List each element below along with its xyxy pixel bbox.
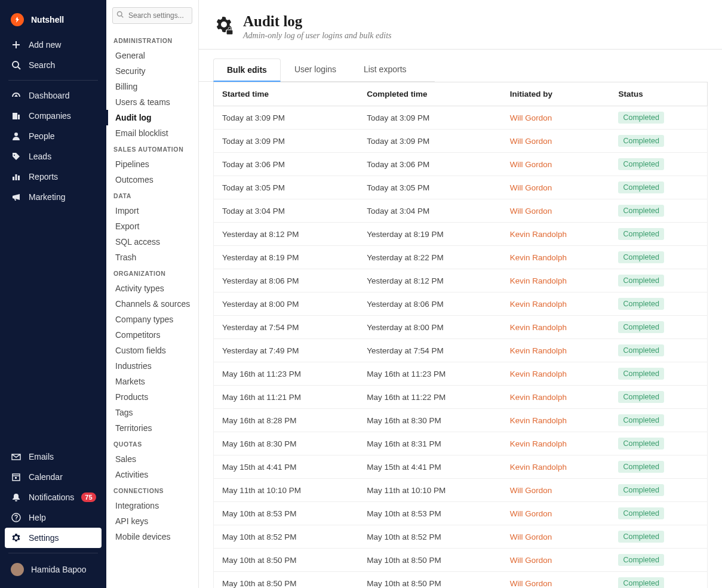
table-row[interactable]: May 10th at 8:50 PMMay 10th at 8:50 PMWi… (214, 572, 708, 589)
user-link[interactable]: Kevin Randolph (510, 370, 567, 378)
table-row[interactable]: May 16th at 8:30 PMMay 16th at 8:31 PMKe… (214, 432, 708, 455)
nav-item-help[interactable]: Help (0, 507, 106, 528)
cell-started: May 16th at 11:23 PM (214, 362, 361, 386)
calendar-icon (11, 472, 21, 482)
table-row[interactable]: Today at 3:06 PMToday at 3:06 PMWill Gor… (214, 153, 708, 176)
settings-item-activity-types[interactable]: Activity types (106, 281, 198, 296)
table-row[interactable]: Yesterday at 7:54 PMYesterday at 8:00 PM… (214, 316, 708, 339)
user-link[interactable]: Kevin Randolph (510, 393, 567, 402)
user-link[interactable]: Kevin Randolph (510, 276, 567, 285)
cell-status: Completed (612, 549, 707, 572)
user-link[interactable]: Kevin Randolph (510, 463, 567, 472)
table-row[interactable]: Yesterday at 8:12 PMYesterday at 8:19 PM… (214, 223, 708, 246)
brand[interactable]: Nutshell (0, 8, 106, 31)
table-row[interactable]: May 16th at 11:21 PMMay 16th at 11:22 PM… (214, 386, 708, 409)
settings-item-import[interactable]: Import (106, 203, 198, 218)
user-link[interactable]: Kevin Randolph (510, 230, 567, 239)
settings-item-billing[interactable]: Billing (106, 79, 198, 94)
table-row[interactable]: Today at 3:09 PMToday at 3:09 PMWill Gor… (214, 130, 708, 153)
cell-started: Yesterday at 8:12 PM (214, 223, 361, 246)
svg-rect-5 (18, 176, 20, 180)
nav-item-emails[interactable]: Emails (0, 447, 106, 467)
user-link[interactable]: Kevin Randolph (510, 416, 567, 425)
column-header[interactable]: Completed time (361, 82, 504, 106)
table-row[interactable]: Yesterday at 8:00 PMYesterday at 8:06 PM… (214, 293, 708, 316)
settings-item-tags[interactable]: Tags (106, 405, 198, 420)
table-row[interactable]: Yesterday at 7:49 PMYesterday at 7:54 PM… (214, 339, 708, 362)
settings-item-trash[interactable]: Trash (106, 250, 198, 265)
user-link[interactable]: Kevin Randolph (510, 346, 567, 355)
user-link[interactable]: Kevin Randolph (510, 439, 567, 448)
settings-item-company-types[interactable]: Company types (106, 312, 198, 327)
current-user[interactable]: Hamida Bapoo (0, 558, 106, 581)
settings-item-custom-fields[interactable]: Custom fields (106, 343, 198, 358)
tab-user-logins[interactable]: User logins (281, 58, 350, 81)
settings-item-audit-log[interactable]: Audit log (106, 110, 198, 125)
table-row[interactable]: May 11th at 10:10 PMMay 11th at 10:10 PM… (214, 479, 708, 502)
settings-item-mobile-devices[interactable]: Mobile devices (106, 529, 198, 544)
nav-item-people[interactable]: People (0, 126, 106, 146)
section-heading: QUOTAS (106, 436, 198, 451)
status-badge: Completed (618, 344, 663, 356)
column-header[interactable]: Initiated by (504, 82, 613, 106)
table-row[interactable]: May 16th at 8:28 PMMay 16th at 8:30 PMKe… (214, 409, 708, 432)
settings-item-sql-access[interactable]: SQL access (106, 234, 198, 250)
settings-item-outcomes[interactable]: Outcomes (106, 172, 198, 187)
settings-item-general[interactable]: General (106, 48, 198, 63)
settings-item-territories[interactable]: Territories (106, 420, 198, 436)
user-link[interactable]: Will Gordon (510, 579, 552, 588)
user-link[interactable]: Kevin Randolph (510, 323, 567, 332)
nav-item-marketing[interactable]: Marketing (0, 187, 106, 207)
nav-item-dashboard[interactable]: Dashboard (0, 85, 106, 106)
user-link[interactable]: Kevin Randolph (510, 253, 567, 262)
settings-item-integrations[interactable]: Integrations (106, 498, 198, 513)
tab-list-exports[interactable]: List exports (350, 58, 420, 81)
settings-item-markets[interactable]: Markets (106, 374, 198, 389)
table-row[interactable]: Today at 3:09 PMToday at 3:09 PMWill Gor… (214, 106, 708, 130)
settings-item-email-blocklist[interactable]: Email blocklist (106, 125, 198, 141)
settings-item-pipelines[interactable]: Pipelines (106, 156, 198, 172)
table-row[interactable]: Yesterday at 8:06 PMYesterday at 8:12 PM… (214, 269, 708, 293)
table-row[interactable]: May 10th at 8:50 PMMay 10th at 8:50 PMWi… (214, 549, 708, 572)
user-link[interactable]: Will Gordon (510, 183, 552, 192)
table-row[interactable]: May 15th at 4:41 PMMay 15th at 4:41 PMKe… (214, 455, 708, 479)
nav-item-search[interactable]: Search (0, 55, 106, 75)
user-link[interactable]: Will Gordon (510, 137, 552, 146)
nav-item-add-new[interactable]: Add new (0, 35, 106, 55)
settings-item-api-keys[interactable]: API keys (106, 513, 198, 529)
user-link[interactable]: Will Gordon (510, 113, 552, 122)
table-row[interactable]: May 10th at 8:53 PMMay 10th at 8:53 PMWi… (214, 502, 708, 525)
user-link[interactable]: Will Gordon (510, 556, 552, 565)
user-link[interactable]: Will Gordon (510, 160, 552, 169)
user-link[interactable]: Will Gordon (510, 207, 552, 216)
user-link[interactable]: Will Gordon (510, 486, 552, 495)
user-link[interactable]: Kevin Randolph (510, 300, 567, 309)
nav-item-reports[interactable]: Reports (0, 167, 106, 187)
nav-item-companies[interactable]: Companies (0, 106, 106, 126)
table-row[interactable]: Yesterday at 8:19 PMYesterday at 8:22 PM… (214, 246, 708, 269)
settings-item-channels-sources[interactable]: Channels & sources (106, 296, 198, 312)
column-header[interactable]: Status (612, 82, 707, 106)
table-row[interactable]: Today at 3:04 PMToday at 3:04 PMWill Gor… (214, 199, 708, 223)
settings-item-users-teams[interactable]: Users & teams (106, 94, 198, 110)
user-link[interactable]: Will Gordon (510, 532, 552, 541)
settings-item-competitors[interactable]: Competitors (106, 327, 198, 343)
avatar-icon (11, 563, 24, 576)
settings-item-sales[interactable]: Sales (106, 451, 198, 467)
nav-item-settings[interactable]: Settings (5, 528, 102, 548)
table-row[interactable]: Today at 3:05 PMToday at 3:05 PMWill Gor… (214, 176, 708, 199)
settings-item-security[interactable]: Security (106, 63, 198, 79)
tab-bulk-edits[interactable]: Bulk edits (213, 59, 281, 82)
nav-item-calendar[interactable]: Calendar (0, 467, 106, 487)
table-row[interactable]: May 10th at 8:52 PMMay 10th at 8:52 PMWi… (214, 525, 708, 549)
settings-item-activities[interactable]: Activities (106, 467, 198, 482)
nav-item-leads[interactable]: Leads (0, 146, 106, 167)
column-header[interactable]: Started time (214, 82, 361, 106)
settings-item-products[interactable]: Products (106, 389, 198, 405)
user-link[interactable]: Will Gordon (510, 509, 552, 518)
table-row[interactable]: May 16th at 11:23 PMMay 16th at 11:23 PM… (214, 362, 708, 386)
nav-item-notifications[interactable]: Notifications75 (0, 487, 106, 507)
settings-search-input[interactable] (112, 7, 192, 24)
settings-item-industries[interactable]: Industries (106, 358, 198, 374)
settings-item-export[interactable]: Export (106, 218, 198, 234)
